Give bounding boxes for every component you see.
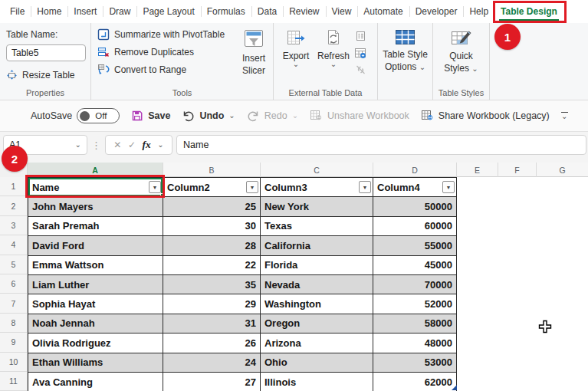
- cell-age[interactable]: 26: [163, 334, 261, 353]
- tab-draw[interactable]: Draw: [103, 0, 136, 23]
- tab-page-layout[interactable]: Page Layout: [136, 0, 200, 23]
- table-row[interactable]: Ava Canning 27 Illinois 62000: [28, 373, 457, 391]
- tab-insert[interactable]: Insert: [67, 0, 103, 23]
- row-header-8[interactable]: 8: [0, 314, 28, 333]
- table-name-input[interactable]: [6, 44, 86, 61]
- cell-salary[interactable]: 60000: [373, 217, 457, 236]
- cell-salary[interactable]: 55000: [373, 236, 457, 255]
- row-header-9[interactable]: 9: [0, 333, 28, 352]
- row-header-4[interactable]: 4: [0, 235, 28, 255]
- column-header-e[interactable]: E: [457, 163, 498, 177]
- customize-qat-button[interactable]: ⌄: [561, 112, 568, 120]
- cell-state[interactable]: Illinois: [261, 373, 373, 391]
- cell-salary[interactable]: 52000: [373, 294, 457, 314]
- cell-state[interactable]: Washington: [261, 294, 373, 314]
- row-header-5[interactable]: 5: [0, 255, 28, 274]
- row-header-6[interactable]: 6: [0, 274, 28, 294]
- column-header-g[interactable]: G: [537, 163, 588, 177]
- data-range-properties-button[interactable]: [353, 30, 367, 42]
- tab-table-design[interactable]: Table Design: [494, 0, 563, 23]
- filter-button-column3[interactable]: ▼: [359, 181, 371, 193]
- tab-data[interactable]: Data: [251, 0, 283, 23]
- cell-age[interactable]: 29: [163, 294, 261, 314]
- table-row[interactable]: Sarah Premah 30 Texas 60000: [28, 217, 457, 236]
- column-header-d[interactable]: D: [373, 163, 457, 177]
- redo-button[interactable]: Redo ⌄: [247, 110, 298, 122]
- cell-state[interactable]: Nevada: [261, 275, 373, 294]
- cell-state[interactable]: Ohio: [261, 353, 373, 373]
- table-row[interactable]: Emma Wattson 22 Florida 45000: [28, 256, 457, 275]
- cell-salary[interactable]: 58000: [373, 314, 457, 334]
- row-header-3[interactable]: 3: [0, 216, 28, 235]
- cell-state[interactable]: Texas: [261, 217, 373, 236]
- cell-age[interactable]: 24: [163, 353, 261, 373]
- table-row[interactable]: David Ford 28 California 55000: [28, 236, 457, 255]
- tab-file[interactable]: File: [4, 0, 31, 23]
- column-header-b[interactable]: B: [163, 163, 261, 177]
- cell-state[interactable]: Oregon: [261, 314, 373, 334]
- cell-state[interactable]: California: [261, 236, 373, 255]
- cell-name[interactable]: Liam Luther: [28, 275, 163, 294]
- column-header-f[interactable]: F: [498, 163, 537, 177]
- table-resize-handle[interactable]: [452, 385, 457, 390]
- remove-duplicates-button[interactable]: Remove Duplicates: [97, 46, 234, 58]
- table-row[interactable]: Olivia Rodriguez 26 Arizona 48000: [28, 334, 457, 353]
- cell-age[interactable]: 27: [163, 373, 261, 391]
- table-row[interactable]: Ethan Williams 24 Ohio 53000: [28, 353, 457, 373]
- insert-slicer-button[interactable]: Insert Slicer: [235, 28, 272, 77]
- cell-state[interactable]: New York: [261, 197, 373, 216]
- table-row[interactable]: John Mayers 25 New York 50000: [28, 197, 457, 216]
- undo-button[interactable]: Undo ⌄: [182, 110, 235, 122]
- cell-name[interactable]: Noah Jennah: [28, 314, 163, 334]
- unshare-workbook-button[interactable]: Unshare Workbook: [310, 110, 409, 122]
- cell-d1[interactable]: Column4 ▼: [373, 178, 457, 197]
- enter-icon[interactable]: ✓: [128, 140, 136, 150]
- cell-salary[interactable]: 62000: [373, 373, 457, 391]
- cell-salary[interactable]: 50000: [373, 197, 457, 216]
- cell-salary[interactable]: 53000: [373, 353, 457, 373]
- row-header-10[interactable]: 10: [0, 353, 28, 372]
- cell-salary[interactable]: 45000: [373, 256, 457, 275]
- quick-styles-button[interactable]: Quick Styles ⌄: [433, 23, 489, 74]
- cell-name[interactable]: David Ford: [28, 236, 163, 255]
- cell-name[interactable]: Olivia Rodriguez: [28, 334, 163, 353]
- tab-home[interactable]: Home: [31, 0, 67, 23]
- convert-to-range-button[interactable]: Convert to Range: [97, 64, 234, 76]
- cell-state[interactable]: Arizona: [261, 334, 373, 353]
- tab-automate[interactable]: Automate: [357, 0, 409, 23]
- cell-age[interactable]: 22: [163, 256, 261, 275]
- cell-b1[interactable]: Column2 ▼: [163, 178, 261, 197]
- filter-button-column4[interactable]: ▼: [442, 181, 455, 193]
- cell-state[interactable]: Florida: [261, 256, 373, 275]
- row-header-2[interactable]: 2: [0, 196, 28, 215]
- cell-name[interactable]: Sophia Hayat: [28, 294, 163, 314]
- row-header-1[interactable]: 1: [0, 177, 28, 196]
- filter-button-column2[interactable]: ▼: [246, 181, 258, 193]
- autosave-toggle[interactable]: Off: [77, 108, 120, 123]
- resize-table-button[interactable]: Resize Table: [6, 69, 86, 80]
- unlink-button[interactable]: [353, 64, 367, 76]
- cell-salary[interactable]: 70000: [373, 275, 457, 294]
- cell-age[interactable]: 31: [163, 314, 261, 334]
- tab-review[interactable]: Review: [283, 0, 325, 23]
- insert-function-icon[interactable]: fx: [142, 139, 150, 151]
- cell-name[interactable]: Emma Wattson: [28, 256, 163, 275]
- cell-age[interactable]: 28: [163, 236, 261, 255]
- tab-view[interactable]: View: [326, 0, 358, 23]
- summarize-with-pivottable-button[interactable]: Summarize with PivotTable: [97, 28, 234, 41]
- table-row[interactable]: Liam Luther 35 Nevada 70000: [28, 275, 457, 294]
- tab-developer[interactable]: Developer: [409, 0, 464, 23]
- table-row[interactable]: Noah Jennah 31 Oregon 58000: [28, 314, 457, 334]
- cell-c1[interactable]: Column3 ▼: [261, 178, 373, 197]
- open-in-browser-button[interactable]: [353, 47, 367, 59]
- table-row[interactable]: Sophia Hayat 29 Washington 52000: [28, 294, 457, 314]
- cancel-icon[interactable]: ✕: [113, 140, 121, 150]
- cell-name[interactable]: Ava Canning: [28, 373, 163, 391]
- cell-age[interactable]: 25: [163, 197, 261, 216]
- cell-age[interactable]: 30: [163, 217, 261, 236]
- table-style-options-button[interactable]: Table Style Options ⌄: [378, 23, 432, 73]
- formula-input[interactable]: Name: [176, 135, 586, 155]
- save-button[interactable]: Save: [131, 110, 170, 122]
- tab-help[interactable]: Help: [463, 0, 494, 23]
- cell-name[interactable]: Sarah Premah: [28, 217, 163, 236]
